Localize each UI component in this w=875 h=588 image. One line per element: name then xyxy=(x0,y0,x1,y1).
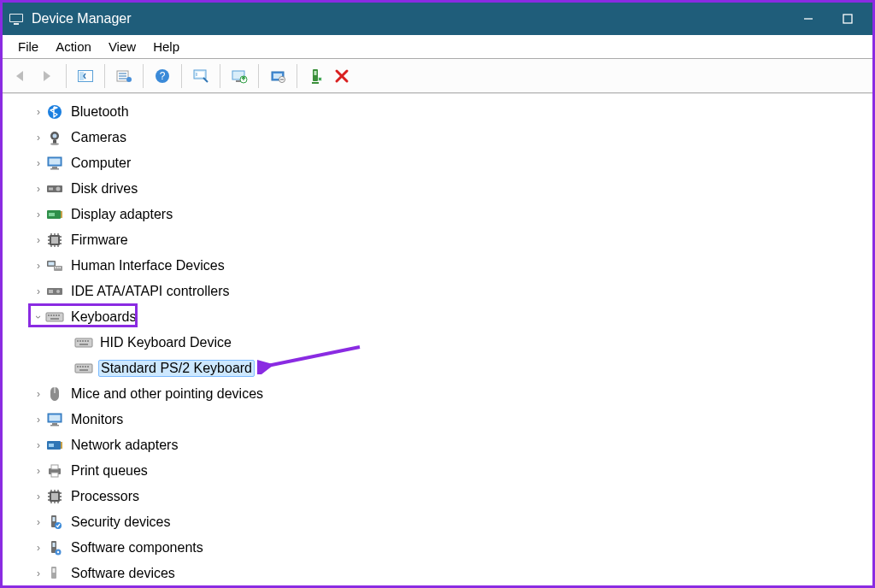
firmware-icon xyxy=(45,231,64,250)
category-network-adapters[interactable]: › Network adapters xyxy=(3,432,872,458)
category-computer[interactable]: › Computer xyxy=(3,150,872,176)
svg-rect-98 xyxy=(51,493,58,500)
expand-icon[interactable]: › xyxy=(32,542,45,554)
expand-icon[interactable]: › xyxy=(32,106,45,118)
expand-icon[interactable]: › xyxy=(32,516,45,528)
processor-icon xyxy=(45,487,64,506)
svg-rect-77 xyxy=(87,340,89,342)
label: Human Interface Devices xyxy=(69,257,226,274)
category-display-adapters[interactable]: › Display adapters xyxy=(3,202,872,227)
label: Software components xyxy=(69,539,205,556)
forward-button[interactable] xyxy=(35,64,59,88)
svg-rect-75 xyxy=(82,340,84,342)
scan-hardware-button[interactable] xyxy=(189,64,213,88)
enable-device-button[interactable] xyxy=(304,64,328,88)
label: Security devices xyxy=(69,514,173,531)
svg-rect-115 xyxy=(53,543,56,547)
svg-rect-119 xyxy=(53,568,56,573)
menu-action[interactable]: Action xyxy=(47,38,100,56)
expand-icon[interactable]: › xyxy=(32,157,45,169)
category-print-queues[interactable]: › Print queues xyxy=(3,458,872,484)
uninstall-device-button[interactable] xyxy=(266,64,290,88)
svg-rect-74 xyxy=(79,340,81,342)
properties-button[interactable] xyxy=(112,64,136,88)
svg-rect-41 xyxy=(61,211,62,218)
menu-help[interactable]: Help xyxy=(144,38,188,56)
device-hid-keyboard[interactable]: HID Keyboard Device xyxy=(3,330,872,356)
category-cameras[interactable]: › Cameras xyxy=(3,125,872,150)
expand-icon[interactable]: › xyxy=(32,132,45,144)
disk-icon xyxy=(45,179,64,198)
help-button[interactable]: ? xyxy=(150,64,174,88)
svg-rect-33 xyxy=(50,159,61,165)
menu-view[interactable]: View xyxy=(100,38,144,56)
label: Standard PS/2 Keyboard xyxy=(98,360,255,377)
category-security-devices[interactable]: › Security devices xyxy=(3,509,872,535)
camera-icon xyxy=(45,128,64,147)
category-software-devices[interactable]: › Software devices xyxy=(3,561,872,585)
expand-icon[interactable]: › xyxy=(32,285,45,297)
svg-rect-69 xyxy=(56,315,57,316)
label: Display adapters xyxy=(69,206,174,223)
hid-icon xyxy=(45,256,64,275)
menubar: File Action View Help xyxy=(3,35,872,59)
svg-rect-84 xyxy=(87,366,89,368)
label: Disk drives xyxy=(69,180,139,197)
security-icon xyxy=(45,513,64,532)
expand-icon[interactable]: › xyxy=(32,414,45,426)
back-button[interactable] xyxy=(9,64,33,88)
svg-rect-81 xyxy=(79,366,81,368)
category-human-interface-devices[interactable]: › Human Interface Devices xyxy=(3,253,872,279)
expand-icon[interactable]: › xyxy=(32,439,45,451)
expand-icon[interactable]: › xyxy=(32,260,45,272)
expand-icon[interactable]: › xyxy=(32,234,45,246)
category-bluetooth[interactable]: › Bluetooth xyxy=(3,99,872,125)
category-software-components[interactable]: › Software components xyxy=(3,535,872,561)
svg-rect-92 xyxy=(49,444,54,447)
svg-rect-112 xyxy=(53,517,56,521)
svg-rect-57 xyxy=(49,262,55,266)
bluetooth-icon xyxy=(45,103,64,121)
computer-icon xyxy=(45,154,64,173)
collapse-icon[interactable]: › xyxy=(32,310,44,324)
category-firmware[interactable]: › Firmware xyxy=(3,227,872,253)
expand-icon[interactable]: › xyxy=(32,491,45,503)
svg-point-117 xyxy=(57,551,59,553)
svg-rect-40 xyxy=(49,213,55,216)
titlebar: Device Manager xyxy=(3,3,872,35)
expand-icon[interactable]: › xyxy=(32,567,45,579)
expand-icon[interactable]: › xyxy=(32,388,45,400)
label: Processors xyxy=(69,488,141,505)
label: Print queues xyxy=(69,462,150,479)
category-keyboards[interactable]: › Keyboards xyxy=(3,304,872,330)
svg-point-29 xyxy=(53,134,57,138)
menu-file[interactable]: File xyxy=(9,38,47,56)
disable-device-button[interactable] xyxy=(330,64,354,88)
show-hide-console-tree-button[interactable] xyxy=(73,64,97,88)
printer-icon xyxy=(45,462,64,480)
maximize-button[interactable] xyxy=(828,3,867,35)
label: Mice and other pointing devices xyxy=(69,385,265,403)
category-disk-drives[interactable]: › Disk drives xyxy=(3,176,872,202)
expand-icon[interactable]: › xyxy=(32,465,45,477)
category-processors[interactable]: › Processors xyxy=(3,484,872,509)
category-ide-ata-atapi[interactable]: › IDE ATA/ATAPI controllers xyxy=(3,279,872,304)
update-driver-button[interactable] xyxy=(227,64,251,88)
svg-rect-70 xyxy=(58,315,60,316)
svg-rect-15 xyxy=(196,72,204,77)
svg-rect-83 xyxy=(85,366,86,368)
svg-rect-59 xyxy=(56,268,57,269)
category-monitors[interactable]: › Monitors xyxy=(3,407,872,432)
display-adapter-icon xyxy=(45,205,64,224)
svg-rect-76 xyxy=(85,340,86,342)
device-standard-ps2-keyboard[interactable]: Standard PS/2 Keyboard xyxy=(3,356,872,381)
category-mice[interactable]: › Mice and other pointing devices xyxy=(3,381,872,407)
device-tree[interactable]: › Bluetooth › Cameras › Computer › Disk … xyxy=(3,93,872,585)
svg-rect-67 xyxy=(50,315,52,316)
svg-rect-80 xyxy=(77,366,79,368)
expand-icon[interactable]: › xyxy=(32,209,45,220)
label: HID Keyboard Device xyxy=(98,334,233,351)
expand-icon[interactable]: › xyxy=(32,183,45,195)
minimize-button[interactable] xyxy=(789,3,828,35)
software-component-icon xyxy=(45,538,64,557)
